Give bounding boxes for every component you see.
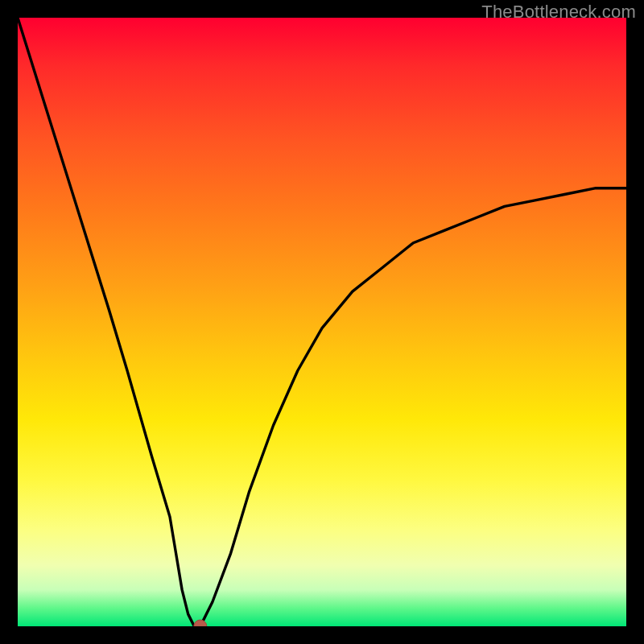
optimal-point-marker (194, 620, 207, 626)
attribution-text: TheBottleneck.com (481, 2, 636, 23)
chart-svg (18, 18, 626, 626)
chart-container: TheBottleneck.com (0, 0, 644, 644)
plot-area (18, 18, 626, 626)
bottleneck-curve (18, 18, 626, 626)
